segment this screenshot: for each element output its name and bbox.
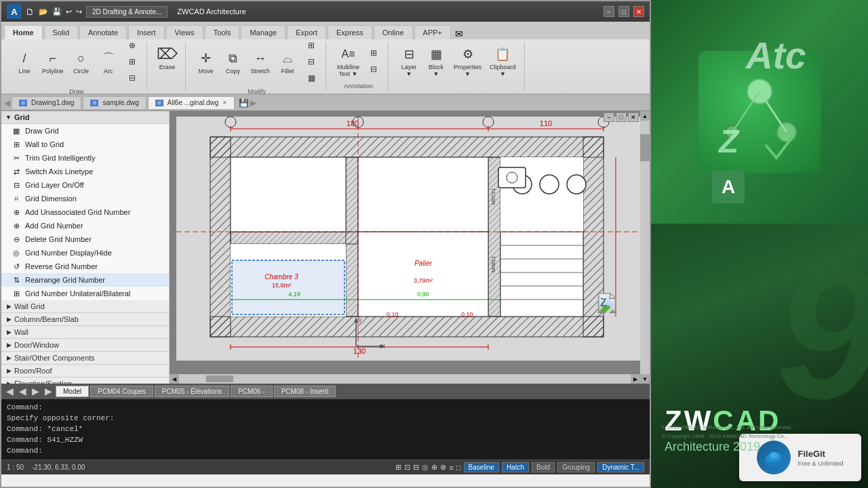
new-icon[interactable]: 🗋 — [26, 7, 35, 17]
room-section[interactable]: ▶ Room/Roof — [1, 365, 169, 378]
command-input[interactable] — [45, 447, 644, 455]
clipboard-button[interactable]: 📋 Clipboard ▼ — [487, 43, 519, 79]
scroll-up-btn[interactable]: ▲ — [640, 111, 650, 121]
prev-doc-arrow[interactable]: ◀ — [4, 98, 10, 108]
column-section[interactable]: ▶ Column/Beam/Slab — [1, 313, 169, 326]
tab-insert[interactable]: Insert — [128, 25, 165, 39]
tab-solid[interactable]: Solid — [44, 25, 78, 39]
fillet-button[interactable]: ⌓ Fillet — [275, 47, 300, 76]
wall-grid-header[interactable]: ▶ Wall Grid — [1, 300, 169, 313]
wall-to-grid-item[interactable]: ⊞ Wall to Grid — [1, 138, 169, 151]
doc-tab-sample[interactable]: d sample.dwg — [83, 96, 146, 110]
tab-express[interactable]: Express — [328, 25, 372, 39]
grid-layer-item[interactable]: ⊟ Grid Layer On/Off — [1, 178, 169, 192]
layer-button[interactable]: ⊟ Layer ▼ — [397, 43, 421, 79]
door-section[interactable]: ▶ Door/Window — [1, 339, 169, 352]
doc-tab-allge[interactable]: d All6e ...ginal.dwg ✕ — [148, 96, 235, 110]
tab-export[interactable]: Export — [287, 25, 326, 39]
close-button[interactable]: ✕ — [633, 6, 644, 17]
scroll-h-thumb[interactable] — [206, 375, 233, 382]
tab-next[interactable]: ▶ — [30, 386, 41, 396]
bold-btn[interactable]: Bold — [532, 462, 555, 472]
viewport-close[interactable]: ✕ — [628, 113, 639, 122]
model-tab[interactable]: Model — [56, 386, 89, 397]
add-unassoc-grid-item[interactable]: ⊕ Add Unassociated Grid Number — [1, 205, 169, 219]
save-doc-icon[interactable]: 💾 — [239, 98, 249, 108]
redo-icon[interactable]: ↪ — [76, 7, 82, 16]
pcm05-tab[interactable]: PCM05 - Élévations — [155, 386, 229, 397]
grid-unilateral-item[interactable]: ⊞ Grid Number Unilateral/Bilateral — [1, 287, 169, 300]
annotation-extra1[interactable]: ⊞ — [365, 45, 382, 60]
annotation-extra2[interactable]: ⊟ — [365, 62, 382, 77]
delete-grid-num-item[interactable]: ⊖ Delete Grid Number — [1, 232, 169, 246]
dynamic-btn[interactable]: Dynamic T... — [597, 462, 644, 472]
modify-extra2[interactable]: ⊟ — [302, 54, 320, 69]
draw-grid-item[interactable]: ▦ Draw Grid — [1, 124, 169, 138]
workspace-selector[interactable]: 2D Drafting & Annote... — [86, 6, 167, 18]
snap-toggle[interactable]: ⊡ — [404, 463, 410, 472]
extra-draw-btn2[interactable]: ⊞ — [123, 54, 141, 69]
tab-prev[interactable]: ◀ — [17, 386, 28, 396]
viewport-maximize[interactable]: □ — [616, 113, 627, 122]
copy-button[interactable]: ⧉ Copy — [221, 47, 245, 76]
h-scrollbar[interactable]: ◀ ▶ — [170, 374, 640, 384]
viewport-minimize[interactable]: − — [604, 113, 614, 122]
modify-extra1[interactable]: ⊞ — [302, 38, 320, 53]
tab-online[interactable]: Online — [374, 25, 413, 39]
drawing-area[interactable]: − □ ✕ — [170, 111, 650, 384]
tab-manage[interactable]: Manage — [241, 25, 285, 39]
block-button[interactable]: ▦ Block ▼ — [424, 43, 448, 79]
close-tab-icon[interactable]: ✕ — [222, 100, 227, 106]
reverse-grid-item[interactable]: ↺ Reverse Grid Number — [1, 260, 169, 273]
cmd-line-5[interactable]: Command: — [7, 445, 644, 456]
grid-section-header[interactable]: ▼ Grid — [1, 111, 169, 124]
lwt-toggle[interactable]: ≡ — [449, 464, 453, 472]
move-button[interactable]: ✛ Move — [194, 47, 218, 76]
extra-draw-btn3[interactable]: ⊟ — [123, 70, 141, 85]
minimize-button[interactable]: − — [604, 6, 614, 17]
circle-button[interactable]: ○ Circle — [69, 47, 94, 76]
pcm08-tab[interactable]: PCM08 - Inserti — [274, 386, 336, 397]
hatch-btn[interactable]: Hatch — [502, 462, 529, 472]
tab-prev-prev[interactable]: ◀ — [4, 386, 16, 396]
elevation-section[interactable]: ▶ Elevation/Section — [1, 378, 169, 384]
grouping-btn[interactable]: Grouping — [557, 462, 595, 472]
osnap-toggle[interactable]: ⊕ — [431, 463, 437, 472]
scroll-right-btn[interactable]: ▶ — [631, 374, 640, 384]
multiline-text-button[interactable]: A≡ Multiline Text ▼ — [334, 43, 362, 79]
erase-button[interactable]: ⌦ Erase — [155, 43, 180, 72]
tab-views[interactable]: Views — [166, 25, 203, 39]
add-grid-num-item[interactable]: ⊕ Add Grid Number — [1, 219, 169, 232]
modify-extra3[interactable]: ▦ — [302, 70, 320, 85]
undo-icon[interactable]: ↩ — [66, 7, 72, 16]
tab-tools[interactable]: Tools — [205, 25, 240, 39]
grid-dimension-item[interactable]: ⌗ Grid Dimension — [1, 192, 169, 205]
wall-section[interactable]: ▶ Wall — [1, 326, 169, 339]
scroll-down-btn[interactable]: ▼ — [640, 374, 650, 384]
switch-axis-item[interactable]: ⇄ Switch Axis Linetype — [1, 165, 169, 178]
stretch-button[interactable]: ↔ Stretch — [248, 47, 273, 76]
next-doc-arrow[interactable]: ▶ — [250, 98, 256, 108]
messages-icon[interactable]: ✉ — [455, 28, 463, 39]
tab-next-next[interactable]: ▶ — [43, 386, 54, 396]
open-icon[interactable]: 📂 — [39, 7, 48, 16]
maximize-button[interactable]: □ — [618, 6, 629, 17]
tab-home[interactable]: Home — [4, 25, 43, 39]
ortho-toggle[interactable]: ⊟ — [413, 463, 419, 472]
trim-grid-item[interactable]: ✂ Trim Gird Intelligently — [1, 151, 169, 165]
pcm04-tab[interactable]: PCM04 Coupes — [90, 386, 153, 397]
tab-app-plus[interactable]: APP+ — [414, 25, 451, 39]
polar-toggle[interactable]: ◎ — [422, 463, 429, 472]
baseline-btn[interactable]: Baseline — [464, 462, 499, 472]
grid-num-display-item[interactable]: ◎ Grid Number Display/Hide — [1, 246, 169, 260]
pcm06-tab[interactable]: PCM06 - — [231, 386, 272, 397]
polyline-button[interactable]: ⌐ Polyline — [39, 47, 66, 76]
save-icon[interactable]: 💾 — [52, 7, 62, 16]
doc-tab-drawing1[interactable]: d Drawing1.dwg — [12, 96, 81, 110]
scroll-left-btn[interactable]: ◀ — [170, 374, 179, 384]
tab-annotate[interactable]: Annotate — [79, 25, 127, 39]
extra-draw-btn1[interactable]: ⊕ — [123, 38, 141, 53]
stair-section[interactable]: ▶ Stair/Other Components — [1, 352, 169, 365]
grid-toggle[interactable]: ⊞ — [395, 463, 401, 472]
model-toggle[interactable]: □ — [456, 464, 461, 472]
